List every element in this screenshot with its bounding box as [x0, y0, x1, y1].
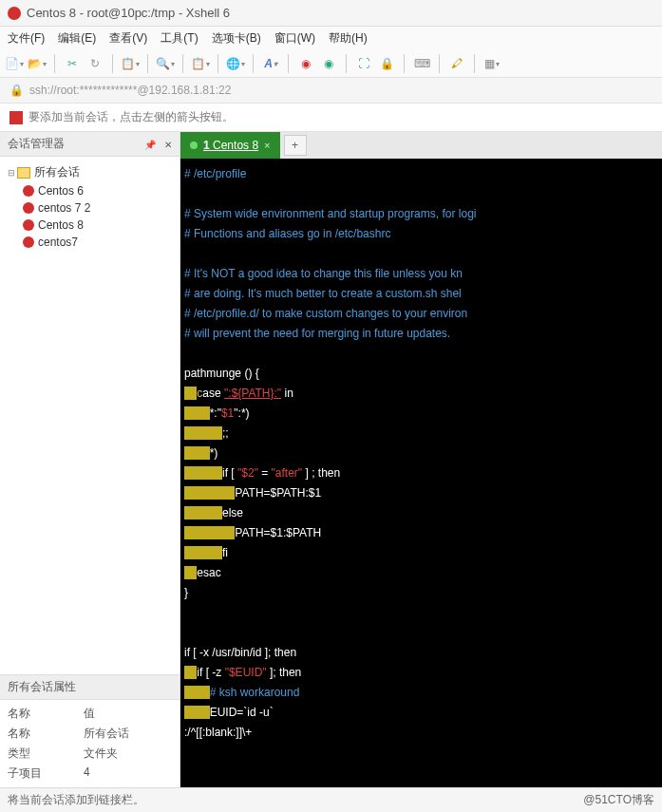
address-bar[interactable]: 🔒 ssh://root:*************@192.168.1.81:…: [0, 78, 662, 104]
copy-icon[interactable]: 📋: [122, 55, 139, 72]
status-bar: 将当前会话添加到链接栏。 @51CTO博客: [0, 787, 662, 812]
prop-key: 名称: [8, 726, 84, 742]
folder-icon: [17, 167, 30, 179]
app-icon: [8, 7, 21, 20]
status-right: @51CTO博客: [583, 792, 654, 808]
layout-icon[interactable]: ▦: [483, 55, 501, 72]
window-title: Centos 8 - root@10pc:/tmp - Xshell 6: [27, 6, 230, 20]
prop-row: 子项目 4: [0, 764, 180, 784]
term-line: # are doing. It's much better to create …: [184, 287, 462, 300]
session-item[interactable]: Centos 8: [4, 217, 176, 234]
separator: [218, 54, 218, 73]
menu-window[interactable]: 窗口(W): [274, 30, 315, 47]
menu-tools[interactable]: 工具(T): [161, 30, 198, 47]
session-label: Centos 6: [38, 184, 84, 198]
prop-row: 名称 所有会话: [0, 724, 180, 744]
term-line: # It's NOT a good idea to change this fi…: [184, 267, 463, 280]
sessions-header: 会话管理器: [0, 132, 180, 157]
prop-val: 所有会话: [84, 726, 129, 742]
separator: [112, 54, 113, 73]
session-label: centos7: [38, 236, 78, 249]
term-line: if [ -z "$EUID" ]; then: [184, 666, 301, 679]
open-icon[interactable]: 📂: [28, 55, 46, 72]
session-item[interactable]: Centos 6: [4, 182, 176, 199]
menu-help[interactable]: 帮助(H): [329, 30, 368, 47]
props-header-row: 名称 值: [0, 704, 180, 724]
separator: [474, 54, 475, 73]
prop-key: 类型: [8, 746, 84, 762]
tab-active[interactable]: 1 Centos 8 ×: [180, 132, 280, 159]
flag-icon[interactable]: [9, 111, 23, 124]
session-tree: ⊟ 所有会话 Centos 6 centos 7 2 Centos 8 cent…: [0, 157, 180, 674]
term-line: esac: [184, 566, 221, 579]
term-line: if [ "$2" = "after" ] ; then: [184, 466, 340, 480]
menu-view[interactable]: 查看(V): [109, 30, 147, 47]
term-line: fi: [184, 546, 228, 559]
fullscreen-icon[interactable]: ⛶: [355, 55, 372, 72]
term-line: else: [184, 506, 243, 519]
highlight-icon[interactable]: 🖍: [448, 55, 465, 72]
term-line: *): [184, 446, 218, 460]
pin-icon[interactable]: [144, 138, 156, 151]
tab-close-icon[interactable]: ×: [264, 140, 270, 151]
search-icon[interactable]: 🔍: [157, 55, 174, 72]
keyboard-icon[interactable]: ⌨: [413, 55, 430, 72]
term-line: }: [184, 586, 188, 599]
term-line: # ksh workaround: [184, 686, 299, 699]
tab-label: 1 Centos 8: [203, 139, 258, 152]
props-table: 名称 值 名称 所有会话 类型 文件夹 子项目 4: [0, 700, 180, 787]
status-left: 将当前会话添加到链接栏。: [8, 792, 144, 808]
menu-file[interactable]: 文件(F): [8, 30, 45, 47]
sessions-title: 会话管理器: [8, 136, 65, 152]
props-title: 所有会话属性: [0, 674, 180, 700]
separator: [147, 54, 148, 73]
term-line: PATH=$1:$PATH: [184, 526, 321, 539]
lock-icon[interactable]: 🔒: [378, 55, 395, 72]
term-line: :/^[[:blank:]]\+: [184, 726, 252, 739]
col-name: 名称: [8, 706, 84, 722]
toolbar: 📄 📂 ✂ ↻ 📋 🔍 📋 🌐 A ◉ ◉ ⛶ 🔒 ⌨ 🖍 ▦: [0, 50, 662, 78]
session-item[interactable]: centos 7 2: [4, 199, 176, 217]
term-line: *:"$1":*): [184, 406, 250, 420]
paste-icon[interactable]: 📋: [192, 55, 209, 72]
terminal[interactable]: # /etc/profile # System wide environment…: [180, 159, 662, 787]
col-value: 值: [84, 706, 95, 722]
prop-row: 类型 文件夹: [0, 744, 180, 764]
expander-icon[interactable]: ⊟: [8, 168, 17, 178]
term-line: case ":${PATH}:" in: [184, 387, 293, 400]
tab-status-icon: [190, 142, 198, 149]
session-item[interactable]: centos7: [4, 234, 176, 251]
session-icon: [23, 236, 34, 248]
main-area: 会话管理器 ⊟ 所有会话 Centos 6 centos 7 2: [0, 132, 662, 787]
right-panel: 1 Centos 8 × + # /etc/profile # System w…: [180, 132, 662, 787]
menu-tabs[interactable]: 选项卡(B): [212, 30, 261, 47]
separator: [288, 54, 289, 73]
address-text: ssh://root:*************@192.168.1.81:22: [29, 84, 231, 97]
tree-root[interactable]: ⊟ 所有会话: [4, 162, 176, 182]
menu-edit[interactable]: 编辑(E): [58, 30, 96, 47]
close-icon[interactable]: [164, 138, 172, 151]
menubar: 文件(F) 编辑(E) 查看(V) 工具(T) 选项卡(B) 窗口(W) 帮助(…: [0, 27, 662, 50]
panel-controls: [144, 138, 172, 151]
separator: [54, 54, 55, 73]
globe-icon[interactable]: 🌐: [227, 55, 244, 72]
term-line: EUID=`id -u`: [184, 706, 274, 719]
xftp-icon[interactable]: ◉: [320, 55, 337, 72]
xshell-icon[interactable]: ◉: [297, 55, 314, 72]
term-line: # Functions and aliases go in /etc/bashr…: [184, 227, 390, 240]
tabstrip: 1 Centos 8 × +: [180, 132, 662, 159]
disconnect-icon[interactable]: ↻: [86, 55, 104, 72]
session-icon: [23, 202, 34, 214]
hint-bar: 要添加当前会话，点击左侧的箭头按钮。: [0, 104, 662, 132]
session-label: Centos 8: [38, 218, 84, 232]
reconnect-icon[interactable]: ✂: [64, 55, 81, 72]
add-tab-button[interactable]: +: [284, 135, 307, 156]
separator: [439, 54, 440, 73]
lock-small-icon: 🔒: [9, 84, 24, 97]
new-session-icon[interactable]: 📄: [6, 55, 23, 72]
prop-val: 文件夹: [84, 746, 118, 762]
titlebar: Centos 8 - root@10pc:/tmp - Xshell 6: [0, 0, 662, 27]
font-icon[interactable]: A: [262, 55, 279, 72]
term-line: # /etc/profile: [184, 167, 246, 180]
term-line: # /etc/profile.d/ to make custom changes…: [184, 307, 467, 320]
